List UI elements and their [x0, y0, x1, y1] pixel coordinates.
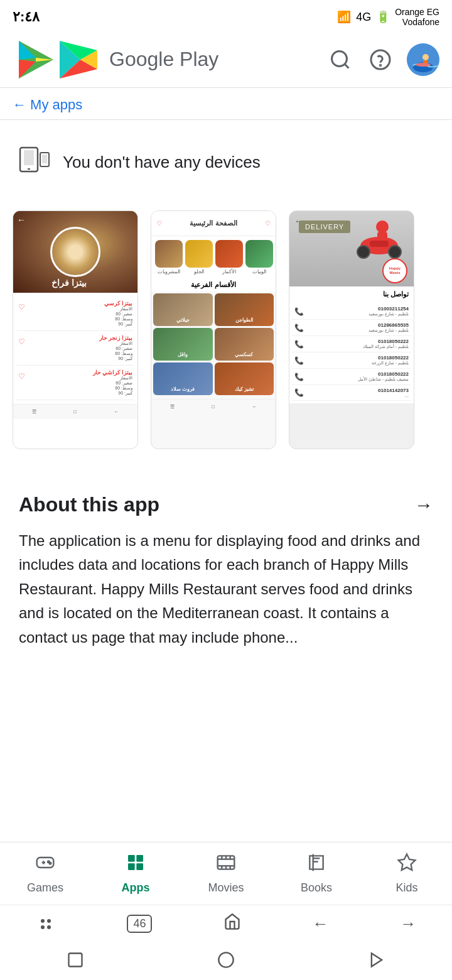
- ss3-contact-item-2: 📞 01286865535 بلطيم - شارع بورسعيد: [292, 320, 411, 336]
- wifi-icon: 📶: [337, 10, 351, 24]
- ss2-header: ♡ الصفحة الرئيسية ♡: [151, 211, 276, 236]
- about-section: About this app → The application is a me…: [0, 474, 452, 662]
- ss3-call-icon-4: 📞: [294, 356, 304, 365]
- ss3-contact-item-5: 📞 01018050222 مصيف بلطيم - شاطئ الأمل: [292, 369, 411, 385]
- bottom-navigation: Games Apps: [0, 842, 452, 905]
- logo-container: Google Play: [13, 38, 326, 82]
- ss2-grid-item-5: فروت سلاد: [153, 362, 213, 395]
- svg-point-4: [332, 51, 347, 66]
- about-description: The application is a menu for displaying…: [19, 529, 433, 650]
- status-time: ٢:٤٨: [13, 9, 40, 25]
- status-icons: 📶 4G 🔋 Orange EG Vodafone: [337, 7, 439, 27]
- svg-rect-29: [128, 855, 135, 862]
- movies-label: Movies: [208, 881, 244, 895]
- ss1-heart-1: ♡: [18, 303, 25, 312]
- about-arrow[interactable]: →: [414, 494, 433, 516]
- nav-item-movies[interactable]: Movies: [181, 846, 271, 901]
- svg-point-12: [416, 63, 431, 67]
- ss3-contact-info-3: 01018050222 بلطيم - أمام شركة الميلاد: [363, 339, 409, 349]
- google-play-icon: [56, 38, 100, 82]
- header: Google Play: [0, 31, 452, 88]
- ss2-grid-label-4: كسكسي: [235, 352, 253, 357]
- about-header: About this app →: [19, 493, 433, 516]
- ss2-category-images: المشروبات الحلو الأكمار الوبيات: [151, 236, 276, 278]
- ss3-call-icon-3: 📞: [294, 340, 304, 349]
- nav-item-apps[interactable]: Apps: [90, 846, 181, 901]
- ss1-item-name-3: بيتزا كراشي حار: [30, 369, 132, 376]
- menu-dots-button[interactable]: [36, 914, 56, 934]
- ss3-contact-info-2: 01286865535 بلطيم - شارع بورسعيد: [369, 322, 409, 333]
- ss1-item-2: ♡ بيتزا زنجر حار الاسعار صغير: 60 وسط: 8…: [17, 331, 134, 366]
- header-title: Google Play: [109, 48, 218, 71]
- breadcrumb-text: ← My apps: [13, 97, 82, 112]
- svg-point-44: [218, 952, 233, 967]
- ss3-call-icon-5: 📞: [294, 373, 304, 381]
- system-navigation: 46 ← →: [0, 905, 452, 942]
- search-button[interactable]: [326, 46, 354, 74]
- avatar[interactable]: [407, 43, 439, 76]
- ss1-prices-1: الاسعار صغير: 60 وسط: 80 كبير: 90: [30, 307, 132, 327]
- movies-icon: [216, 852, 236, 878]
- svg-rect-43: [69, 954, 82, 967]
- google-play-logo: [13, 38, 56, 82]
- ss1-item-name-1: بيتزا كرسي: [30, 300, 132, 307]
- nav-item-books[interactable]: Books: [271, 846, 362, 901]
- screenshot-1: بيتزا فراخ ← ♡ بيتزا كرسي الاسعار صغير: …: [13, 210, 138, 449]
- nav-item-kids[interactable]: Kids: [362, 846, 452, 901]
- ss2-grid: جيلاتي الطواجن واقل كسكسي فروت سلاد تشيز…: [151, 291, 276, 397]
- ss2-heart-icon-2: ♡: [265, 220, 271, 227]
- screenshot-2: ♡ الصفحة الرئيسية ♡ المشروبات الحلو الأك…: [151, 210, 276, 449]
- breadcrumb[interactable]: ← My apps: [0, 88, 452, 120]
- home-button[interactable]: [223, 913, 241, 935]
- svg-point-22: [389, 246, 401, 258]
- apps-icon: [126, 852, 146, 878]
- svg-rect-32: [136, 863, 143, 870]
- ss3-contact-info-5: 01018050222 مصيف بلطيم - شاطئ الأمل: [358, 371, 409, 382]
- svg-marker-42: [399, 854, 416, 870]
- ss2-grid-label-5: فروت سلاد: [171, 386, 195, 392]
- svg-point-10: [422, 54, 429, 60]
- ss2-grid-label-6: تشيز كيك: [235, 386, 254, 392]
- ss1-item-name-2: بيتزا زنجر حار: [30, 335, 132, 341]
- ss3-delivery-label: DELIVERY: [299, 220, 350, 233]
- ss1-food-title: بيتزا فراخ: [13, 278, 131, 288]
- ss2-page-title: الصفحة الرئيسية: [190, 219, 237, 227]
- ss3-contact-info-1: 01003211254 بلطيم - شارع بورسعيد: [369, 306, 409, 317]
- ss1-item-text-3: بيتزا كراشي حار الاسعار صغير: 60 وسط: 80…: [30, 369, 132, 396]
- svg-point-28: [50, 863, 51, 864]
- gesture-bar: [0, 942, 452, 980]
- nav-item-games[interactable]: Games: [0, 846, 90, 901]
- books-icon: [306, 852, 326, 878]
- screenshot-3: ← DELIVERY HappyMeats: [289, 210, 414, 449]
- battery-icon: 🔋: [376, 10, 390, 24]
- forward-button[interactable]: →: [400, 914, 416, 934]
- ss2-grid-label-1: جيلاتي: [176, 317, 190, 323]
- ss3-contact-list: 📞 01003211254 بلطيم - شارع بورسعيد 📞 012…: [289, 301, 414, 403]
- ss3-contact-item-4: 📞 01018050222 بلطيم - شارع الزرعة: [292, 352, 411, 369]
- ss1-item-text-1: بيتزا كرسي الاسعار صغير: 60 وسط: 80 كبير…: [30, 300, 132, 327]
- ss1-heart-3: ♡: [18, 372, 25, 381]
- recents-button[interactable]: 46: [127, 915, 152, 933]
- square-button[interactable]: [67, 951, 84, 971]
- ss2-grid-label-2: الطواجن: [235, 317, 253, 323]
- svg-line-5: [345, 63, 349, 68]
- no-devices-section: You don't have any devices: [0, 120, 452, 204]
- help-button[interactable]: [367, 46, 394, 74]
- circle-button[interactable]: [217, 951, 235, 971]
- carrier-text: Orange EG Vodafone: [395, 7, 439, 27]
- ss3-call-icon-1: 📞: [294, 307, 304, 316]
- ss3-delivery-image: ← DELIVERY HappyMeats: [289, 211, 414, 286]
- ss2-grid-item-3: واقل: [153, 328, 213, 361]
- play-button[interactable]: [368, 951, 385, 971]
- svg-rect-14: [24, 150, 34, 165]
- ss2-grid-item-4: كسكسي: [215, 328, 274, 361]
- svg-rect-30: [136, 855, 143, 862]
- back-button[interactable]: ←: [313, 914, 329, 934]
- kids-icon: [397, 852, 417, 878]
- no-devices-icon: [19, 145, 50, 179]
- kids-label: Kids: [396, 881, 417, 895]
- games-icon: [35, 852, 55, 878]
- no-devices-message: You don't have any devices: [63, 153, 261, 172]
- about-title: About this app: [19, 493, 159, 516]
- ss1-list: ♡ بيتزا كرسي الاسعار صغير: 60 وسط: 80 كب…: [13, 293, 137, 404]
